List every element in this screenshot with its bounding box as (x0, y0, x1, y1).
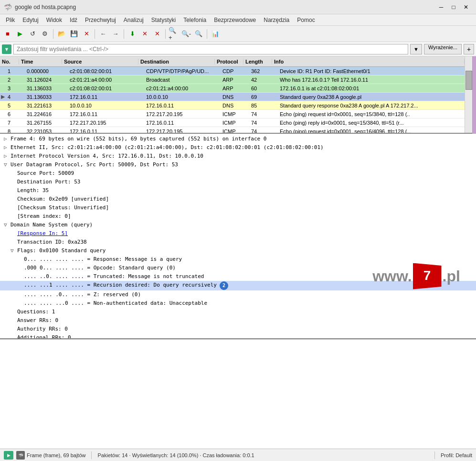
detail-line: ▷Internet Protocol Version 4, Src: 172.1… (0, 152, 476, 161)
packet-cell-col-dst: Broadcast (144, 77, 221, 83)
packet-cell-col-len: 74 (249, 129, 278, 133)
detail-line: [Stream index: 0] (0, 212, 476, 221)
detail-text: .... ...1 .... .... = Recursion desired:… (24, 281, 217, 289)
minimize-button[interactable]: ─ (435, 2, 447, 12)
stop-button[interactable]: ■ (2, 28, 13, 40)
menu-item-statystyki[interactable]: Statystyki (148, 16, 180, 24)
toolbar-separator-2 (95, 29, 95, 39)
status-stats: Pakietów: 14 · Wyświetlanych: 14 (100.0%… (97, 452, 428, 458)
expand-arrow[interactable]: ▽ (11, 247, 17, 255)
status-separator-1 (91, 451, 92, 459)
reload-button[interactable]: ↺ (27, 28, 38, 40)
packet-cell-col-no: 7 (6, 120, 25, 126)
menu-item-widok[interactable]: Widok (42, 16, 66, 24)
detail-text: Ethernet II, Src: c2:01:21:a4:00:00 (c2:… (11, 144, 324, 151)
detail-line: ▷Ethernet II, Src: c2:01:21:a4:00:00 (c2… (0, 143, 476, 152)
table-row[interactable]: 731.267155172.217.20.195172.16.0.11ICMP7… (0, 118, 465, 127)
table-row[interactable]: 531.22161310.0.0.10172.16.0.11DNS85Stand… (0, 101, 465, 110)
detail-line: .... ..0. .... .... = Truncated: Message… (0, 272, 476, 281)
detail-text: Length: 35 (17, 187, 49, 194)
detail-text: .000 0... .... .... = Opcode: Standard q… (24, 264, 176, 272)
packet-cell-col-info: Echo (ping) request id=0x0001, seq=16/40… (278, 129, 465, 133)
detail-line: ▽User Datagram Protocol, Src Port: 50009… (0, 161, 476, 169)
filter-dropdown-button[interactable]: ▼ (410, 44, 422, 54)
menu-item-narzędzia[interactable]: Narzędzia (260, 16, 293, 24)
goto-button[interactable]: ⬇ (127, 28, 138, 40)
detail-text: User Datagram Protocol, Src Port: 50009,… (11, 161, 178, 169)
menu-item-analizuj[interactable]: Analizuj (120, 16, 148, 24)
mark-button[interactable]: ✕ (139, 28, 150, 40)
close-button[interactable]: ✕ (460, 2, 472, 12)
packet-cell-col-info: Who has 172.16.0.1? Tell 172.16.0.11 (278, 77, 465, 83)
expand-arrow[interactable]: ▷ (4, 152, 11, 160)
packet-cell-col-dst: 172.217.20.195 (144, 111, 221, 117)
packet-rows: 10.000000c2:01:08:02:00:01CDP/VTP/DTP/PA… (0, 67, 465, 133)
menu-item-pomoc[interactable]: Pomoc (293, 16, 318, 24)
packet-cell-col-proto: ICMP (221, 129, 249, 133)
scrollbar-thumb[interactable] (465, 71, 472, 90)
table-row[interactable]: ▶431.136033172.16.0.1110.0.0.10DNS69Stan… (0, 93, 465, 101)
save-file-button[interactable]: 💾 (68, 28, 80, 40)
zoom-out-button[interactable]: 🔍- (180, 28, 192, 40)
table-row[interactable]: 631.224616172.16.0.11172.217.20.195ICMP7… (0, 110, 465, 118)
table-row[interactable]: 231.126024c2:01:21:a4:00:00BroadcastARP4… (0, 75, 465, 84)
close-file-button[interactable]: ✕ (81, 28, 92, 40)
zoom-reset-button[interactable]: 🔍 (193, 28, 204, 40)
col-header-length: Length (243, 59, 272, 64)
expand-arrow[interactable]: ▷ (4, 135, 11, 143)
table-row[interactable]: 331.136033c2:01:08:02:00:01c2:01:21:a4:0… (0, 84, 465, 93)
packet-cell-col-time: 31.126024 (25, 77, 68, 83)
menu-item-idź[interactable]: Idź (66, 16, 81, 24)
col-header-no: No. (0, 59, 19, 64)
restart-button[interactable]: ▶ (14, 28, 26, 40)
open-file-button[interactable]: 📂 (56, 28, 67, 40)
packet-cell-col-info: 172.16.0.1 is at c2:01:08:02:00:01 (278, 86, 465, 91)
graph-button[interactable]: 📊 (210, 28, 221, 40)
packet-cell-col-no: 1 (6, 68, 25, 74)
packet-cell-col-len: 69 (249, 94, 278, 100)
table-row[interactable]: 10.000000c2:01:08:02:00:01CDP/VTP/DTP/PA… (0, 67, 465, 75)
badge-number: 2 (220, 281, 228, 290)
detail-line: [Checksum Status: Unverified] (0, 204, 476, 212)
packet-cell-col-info: Standard query 0xa238 A google.pl (278, 94, 465, 100)
status-capture-icon: ▶ (4, 451, 13, 460)
zoom-in-button[interactable]: 🔍+ (168, 28, 180, 40)
menu-item-bezprzewodowe[interactable]: Bezprzewodowe (210, 16, 260, 24)
menu-item-przechwytuj[interactable]: Przechwytuj (81, 16, 120, 24)
menu-item-telefonia[interactable]: Telefonia (180, 16, 210, 24)
filterbar: ▼ ▼ Wyrażenie... + (0, 42, 476, 56)
detail-line: ▽Domain Name System (query) (0, 221, 476, 229)
filter-input[interactable] (13, 44, 408, 54)
packet-cell-col-info: Echo (ping) request id=0x0001, seq=15/38… (278, 111, 465, 117)
packet-cell-col-dst: 172.16.0.11 (144, 120, 221, 126)
col-header-protocol: Protocol (215, 59, 243, 64)
packet-cell-col-len: 60 (249, 86, 278, 91)
forward-button[interactable]: → (110, 28, 121, 40)
detail-line[interactable]: [Response In: 5] (0, 229, 476, 238)
detail-line: Transaction ID: 0xa238 (0, 238, 476, 247)
expand-arrow[interactable]: ▽ (4, 221, 11, 229)
table-row[interactable]: 832.231053172.16.0.11172.217.20.195ICMP7… (0, 127, 465, 133)
filter-bookmark-icon: ▼ (2, 44, 11, 54)
packet-list-area: No. Time Source Destination Protocol Len… (0, 56, 476, 134)
detail-text: .... .... ...0 .... = Non-authenticated … (24, 300, 207, 307)
detail-text: Questions: 1 (17, 308, 55, 316)
back-button[interactable]: ← (97, 28, 109, 40)
detail-text: [Checksum Status: Unverified] (17, 204, 109, 212)
detail-line: Destination Port: 53 (0, 178, 476, 186)
statusbar: ▶ 🦈 Frame (frame), 69 bajtów Pakietów: 1… (0, 449, 476, 461)
capture-options-button[interactable]: ⚙ (39, 28, 51, 40)
expression-button[interactable]: Wyrażenie... (424, 44, 462, 54)
add-filter-button[interactable]: + (464, 44, 474, 54)
mark2-button[interactable]: ✕ (151, 28, 163, 40)
packet-list-scrollbar[interactable] (465, 56, 472, 133)
maximize-button[interactable]: □ (447, 2, 460, 12)
menu-item-plik[interactable]: Plik (2, 16, 19, 24)
detail-line: .... .... .0.. .... = Z: reserved (0) (0, 290, 476, 299)
expand-arrow[interactable]: ▽ (4, 161, 11, 169)
expand-arrow[interactable]: ▷ (4, 144, 11, 151)
detail-text: Answer RRs: 0 (17, 317, 58, 324)
menu-item-edytuj[interactable]: Edytuj (19, 16, 42, 24)
packet-cell-col-len: 85 (249, 103, 278, 108)
packet-cell-col-dst: c2:01:21:a4:00:00 (144, 86, 221, 91)
